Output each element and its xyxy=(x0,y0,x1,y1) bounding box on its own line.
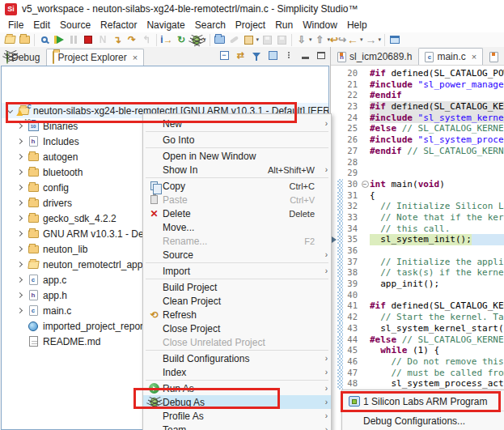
line-ruler xyxy=(331,146,343,157)
menu-item-source[interactable]: Source› xyxy=(143,248,331,262)
submenu-item-label: Debug Configurations... xyxy=(363,415,465,427)
stop-button[interactable] xyxy=(81,33,95,47)
menu-item-debug-as[interactable]: Debug As› xyxy=(143,395,331,409)
menu-item-source[interactable]: Source xyxy=(55,19,95,32)
tab-stub[interactable] xyxy=(483,48,504,65)
step-into-button[interactable]: ↴ xyxy=(110,33,125,47)
new-window-button[interactable] xyxy=(388,33,402,47)
flash-download-button[interactable]: ⇩▾ xyxy=(294,33,313,47)
menu-item-move-[interactable]: Move... xyxy=(143,220,331,234)
code-line-body xyxy=(370,290,504,301)
chevron-collapsed-icon[interactable] xyxy=(17,185,23,190)
dropdown-arrow-icon[interactable]: ▾ xyxy=(203,36,206,43)
bug-icon xyxy=(6,51,8,64)
submenu-item-debug-configurations-[interactable]: Debug Configurations... xyxy=(342,412,504,429)
menu-item-index[interactable]: Index› xyxy=(143,365,331,379)
tab-sl_icm20689-h[interactable]: hsl_icm20689.h xyxy=(331,48,418,65)
fold-marker[interactable]: − xyxy=(360,179,370,190)
chevron-collapsed-icon[interactable] xyxy=(17,292,23,298)
menu-item-edit[interactable]: Edit xyxy=(28,19,55,32)
dropdown-arrow-icon[interactable]: ▾ xyxy=(360,36,363,43)
menu-item-close-project[interactable]: Close Project xyxy=(143,321,331,335)
resume-button[interactable] xyxy=(52,33,66,47)
code-line: 32 // Initialize Silicon La xyxy=(331,201,504,212)
chevron-expanded-icon[interactable] xyxy=(7,108,13,113)
dropdown-arrow-icon[interactable]: ▾ xyxy=(379,36,382,43)
menu-item-clean-project[interactable]: Clean Project xyxy=(143,294,331,308)
chevron-collapsed-icon[interactable] xyxy=(17,277,23,283)
reset-button[interactable]: ↻ xyxy=(174,33,188,47)
tab-debug[interactable]: Debug xyxy=(0,49,46,66)
close-icon[interactable]: × xyxy=(133,53,138,62)
line-number: 28 xyxy=(343,157,360,168)
chevron-collapsed-icon[interactable] xyxy=(17,154,23,160)
menu-item-window[interactable]: Window xyxy=(298,19,342,32)
menu-item-search[interactable]: Search xyxy=(190,19,231,32)
chevron-collapsed-icon[interactable] xyxy=(17,123,23,129)
menu-separator xyxy=(146,262,328,263)
last-edit-button[interactable]: ↩↪ xyxy=(331,33,345,47)
search-button[interactable] xyxy=(37,33,52,47)
focus-view-button[interactable] xyxy=(267,49,278,61)
menu-item-delete[interactable]: ✕DeleteDelete xyxy=(143,206,331,220)
menu-item-import[interactable]: Import› xyxy=(143,264,331,278)
close-icon[interactable]: × xyxy=(472,52,476,62)
menu-item-file[interactable]: File xyxy=(3,19,28,32)
menu-item-show-in[interactable]: Show InAlt+Shift+W› xyxy=(143,163,331,177)
tab-project-explorer[interactable]: Project Explorer× xyxy=(46,49,144,66)
menu-item-build-configurations[interactable]: Build Configurations› xyxy=(143,351,331,365)
fold-marker xyxy=(360,224,370,235)
chevron-collapsed-icon[interactable] xyxy=(17,246,23,252)
chevron-collapsed-icon[interactable] xyxy=(17,200,23,206)
chevron-collapsed-icon[interactable] xyxy=(17,169,23,175)
view-menu-button[interactable] xyxy=(283,49,294,61)
menu-item-project[interactable]: Project xyxy=(231,19,270,32)
submenu-item-1-silicon-labs-arm-program[interactable]: 1 Silicon Labs ARM Program xyxy=(342,393,504,410)
open-file-button[interactable] xyxy=(2,33,17,47)
chevron-collapsed-icon[interactable] xyxy=(17,308,23,313)
filter-button[interactable] xyxy=(251,49,262,61)
menu-item-team[interactable]: Team› xyxy=(143,423,331,430)
chevron-collapsed-icon[interactable] xyxy=(17,231,23,236)
forward-button[interactable]: →▾ xyxy=(364,33,383,47)
chevron-collapsed-icon[interactable] xyxy=(17,215,23,221)
line-number: 34 xyxy=(343,224,360,235)
menu-item-run-as[interactable]: Run As› xyxy=(143,381,331,395)
open-project-button[interactable] xyxy=(213,33,227,47)
menu-item-profile-as[interactable]: Profile As› xyxy=(143,409,331,423)
debug-button[interactable]: ▾ xyxy=(188,33,207,47)
editor-tab-row: hsl_icm20689.hcmain.c× xyxy=(331,47,504,66)
dropdown-arrow-icon[interactable]: ▾ xyxy=(309,36,312,43)
menu-item-refresh[interactable]: ⟲Refresh xyxy=(143,308,331,321)
dropdown-arrow-icon[interactable]: ▾ xyxy=(256,36,260,43)
code-token: // Initialize Silicon La xyxy=(370,201,504,211)
flash-upload-button[interactable]: ⇧▾ xyxy=(313,33,332,47)
back-button[interactable]: ←▾ xyxy=(345,33,364,47)
maximize-button[interactable] xyxy=(316,49,327,61)
minimize-button[interactable] xyxy=(299,49,311,61)
step-over-button[interactable]: ↷ xyxy=(125,33,139,47)
code-line: 29 xyxy=(331,168,504,179)
menu-shortcut: Ctrl+C xyxy=(290,181,315,191)
new-wizard-button[interactable]: ▾ xyxy=(242,33,260,47)
menu-item-go-into[interactable]: Go Into xyxy=(143,133,331,147)
code-editor[interactable]: 20#if defined(SL_CATALOG_POW21#include "… xyxy=(331,66,504,430)
menu-item-help[interactable]: Help xyxy=(342,19,372,32)
menu-item-build-project[interactable]: Build Project xyxy=(143,280,331,294)
menu-item-new[interactable]: New› xyxy=(143,117,331,130)
chevron-collapsed-icon[interactable] xyxy=(17,138,23,144)
tab-main-c[interactable]: cmain.c× xyxy=(418,48,483,65)
menu-item-open-in-new-window[interactable]: Open in New Window xyxy=(143,149,331,163)
menu-item-run[interactable]: Run xyxy=(270,19,298,32)
link-with-editor-button[interactable]: ⇄ xyxy=(235,49,246,61)
import-file-button[interactable] xyxy=(17,33,32,47)
hook-arrows-icon: ↩↪ xyxy=(332,34,345,46)
tree-item-label: imported_project_report.h xyxy=(43,321,154,332)
menu-item-refactor[interactable]: Refactor xyxy=(95,19,142,32)
menu-item-copy[interactable]: CopyCtrl+C xyxy=(143,179,331,193)
instruction-stepping-button[interactable]: i→ xyxy=(159,33,174,47)
collapse-all-button[interactable]: − xyxy=(218,49,230,61)
menu-item-navigate[interactable]: Navigate xyxy=(142,19,189,32)
code-token: // task(s) if the kernel xyxy=(370,267,504,278)
chevron-collapsed-icon[interactable] xyxy=(17,262,23,267)
